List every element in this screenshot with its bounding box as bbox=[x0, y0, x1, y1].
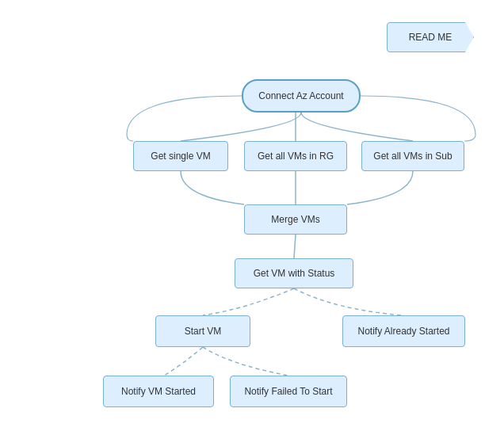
merge-vms-label: Merge VMs bbox=[271, 214, 319, 225]
get-vm-status-label: Get VM with Status bbox=[254, 268, 335, 279]
notify-started-label: Notify VM Started bbox=[121, 386, 196, 397]
all-vms-rg-label: Get all VMs in RG bbox=[258, 151, 334, 162]
notify-already-label: Notify Already Started bbox=[357, 326, 449, 337]
single-vm-label: Get single VM bbox=[151, 151, 210, 162]
connect-az-label: Connect Az Account bbox=[258, 90, 343, 101]
start-vm-node[interactable]: Start VM bbox=[155, 315, 250, 347]
all-vms-sub-label: Get all VMs in Sub bbox=[373, 151, 452, 162]
readme-label: READ ME bbox=[409, 32, 452, 43]
merge-vms-node[interactable]: Merge VMs bbox=[244, 204, 347, 235]
notify-started-node[interactable]: Notify VM Started bbox=[103, 376, 214, 407]
readme-node[interactable]: READ ME bbox=[387, 22, 474, 52]
notify-already-node[interactable]: Notify Already Started bbox=[342, 315, 465, 347]
get-vm-status-node[interactable]: Get VM with Status bbox=[235, 258, 353, 288]
single-vm-node[interactable]: Get single VM bbox=[133, 141, 228, 171]
notify-failed-label: Notify Failed To Start bbox=[244, 386, 332, 397]
all-vms-rg-node[interactable]: Get all VMs in RG bbox=[244, 141, 347, 171]
connect-az-node[interactable]: Connect Az Account bbox=[242, 79, 361, 113]
svg-line-2 bbox=[294, 235, 296, 258]
flowchart-canvas: READ ME Connect Az Account Get single VM… bbox=[0, 0, 504, 435]
all-vms-sub-node[interactable]: Get all VMs in Sub bbox=[361, 141, 464, 171]
start-vm-label: Start VM bbox=[185, 326, 222, 337]
notify-failed-node[interactable]: Notify Failed To Start bbox=[230, 376, 347, 407]
